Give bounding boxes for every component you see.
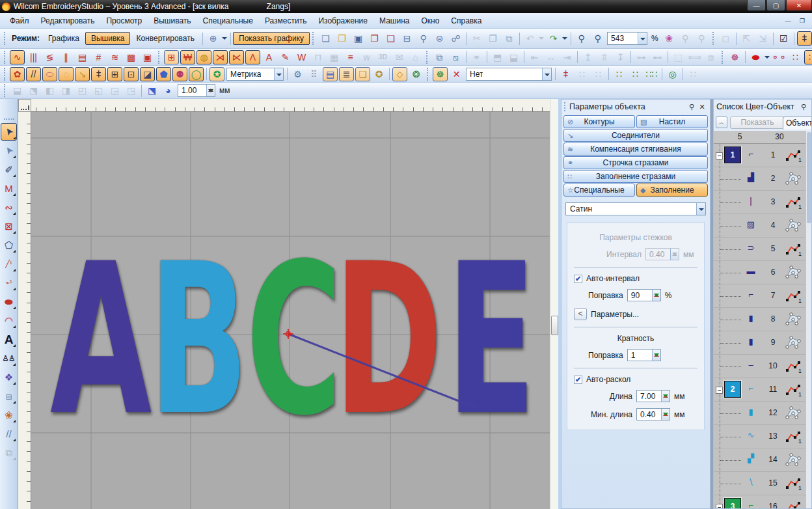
lock-icon[interactable]: ⬒ <box>489 50 506 64</box>
color-film-icon[interactable]: ▤ <box>322 67 338 81</box>
freehand-scissors-tool[interactable]: M <box>1 180 17 197</box>
basket-weave-icon[interactable]: ⌂ <box>407 50 424 64</box>
cutout-box-tool[interactable]: ⊠ <box>1 217 17 235</box>
tatami-fill-icon[interactable]: ∥ <box>58 50 74 64</box>
color-object-row[interactable]: 3 ⌐ 16 1 <box>714 495 807 509</box>
morphing-icon[interactable]: ❂ <box>408 67 424 81</box>
hoop-icon[interactable]: ☍ <box>448 31 464 46</box>
tab-sequin-run[interactable]: ⚭Строчка стразами <box>563 156 708 169</box>
no-sequin-icon[interactable]: ✕ <box>448 67 465 81</box>
menu-edit[interactable]: Редактировать <box>35 14 101 27</box>
run-stitch-icon[interactable]: ⊓ <box>310 50 326 64</box>
undo-icon[interactable]: ↶ <box>522 31 538 46</box>
color-object-row[interactable]: – 10 1 <box>714 355 807 378</box>
globe-icon[interactable]: ⊕ <box>205 31 221 46</box>
zoom-to-fit-icon[interactable]: ⚲ <box>677 31 694 46</box>
tab-connectors[interactable]: ↘Соединители <box>563 129 708 142</box>
align-top-icon[interactable]: ↥ <box>580 50 596 64</box>
tatami-object-icon[interactable]: ◍ <box>196 50 212 64</box>
menu-file[interactable]: Файл <box>4 14 35 27</box>
list-scrollbar[interactable] <box>805 131 811 509</box>
zoom-icon[interactable]: ⚲ <box>573 31 589 46</box>
polygon-select-tool[interactable]: ⬠ <box>1 236 17 254</box>
node-arrow-tool-icon[interactable]: ↘ <box>74 67 90 81</box>
color-dots-tool-icon[interactable]: ⚉ <box>172 67 188 81</box>
open-folder-icon[interactable]: ❒ <box>334 31 350 46</box>
align-center-icon[interactable]: ↔ <box>543 50 559 64</box>
dashed-ellipse-tool-icon[interactable]: ◌ <box>58 67 74 81</box>
menu-window[interactable]: Окно <box>415 14 445 27</box>
group-expander[interactable] <box>716 152 723 159</box>
color-object-row[interactable]: 2 ⌐ 11 1 <box>714 378 807 402</box>
sequin-drop-icon[interactable]: ǂ <box>558 67 574 81</box>
picture-tool-icon[interactable]: ◪ <box>139 67 156 81</box>
sequin-fill-green-icon[interactable]: ∷ <box>627 67 643 81</box>
hoop-ring-tool-icon[interactable]: ◯ <box>188 67 204 81</box>
freehand-draw-tool[interactable]: ∾ <box>1 199 17 216</box>
sequin-auto-icon[interactable]: ∷ <box>574 67 590 81</box>
mdi-restore-button[interactable]: ❐ <box>796 16 808 25</box>
redo-icon[interactable]: ↷ <box>545 31 562 46</box>
export-design-icon[interactable]: ❐ <box>366 31 383 46</box>
twin-sequin-icon[interactable]: ∷∷ <box>643 67 660 81</box>
zoom-previous-icon[interactable]: ⚲ <box>694 31 710 46</box>
star-fill-icon[interactable]: ⋊ <box>212 50 228 64</box>
team-names-tool[interactable]: ♙♙ <box>1 350 17 367</box>
thread-colors-icon[interactable]: ☸ <box>727 50 743 64</box>
needle-tool-icon[interactable]: ǂ <box>90 67 107 81</box>
units-combo[interactable]: Метрика <box>225 68 285 81</box>
min-length-field[interactable]: 0.40 <box>636 408 670 420</box>
exclude-icon[interactable]: ◨ <box>58 83 74 98</box>
color-object-row[interactable]: ∿ 13 1 <box>714 425 807 448</box>
travel-start-icon[interactable]: ⇱ <box>738 31 755 46</box>
ellipse-tool[interactable]: ⬬ <box>1 293 17 310</box>
color-object-row[interactable]: ▮ 9 <box>714 331 807 355</box>
sequin-run-icon[interactable]: ⚬⚬ <box>771 50 787 64</box>
color-group-badge[interactable]: 1 <box>724 146 741 163</box>
branching-icon[interactable]: ⧉ <box>431 50 448 64</box>
e-stitch-icon[interactable]: ||| <box>25 50 42 64</box>
knife-tool[interactable]: ✐ <box>1 161 17 178</box>
sequin-run-green-icon[interactable]: ∷ <box>611 67 627 81</box>
object-tab[interactable]: Объект <box>783 117 812 130</box>
stitch-list-icon[interactable]: ≣ <box>338 67 355 81</box>
new-document-icon[interactable]: ❏ <box>318 31 334 46</box>
sequin-fixing-icon[interactable]: ◎ <box>664 67 681 81</box>
color-object-row[interactable]: ▮ 8 <box>714 308 807 331</box>
freehand-lettering-icon[interactable]: ✎ <box>277 50 293 64</box>
lettering-tool[interactable]: A <box>1 331 17 348</box>
program-split-icon[interactable]: ▤ <box>74 50 90 64</box>
color-object-row[interactable]: ❘ 3 1 <box>714 191 807 214</box>
mdi-minimize-button[interactable]: — <box>782 16 794 25</box>
design-canvas[interactable]: ABCDE <box>31 112 550 509</box>
minimize-button[interactable]: — <box>747 0 766 11</box>
tab-sequin-fill[interactable]: ∷Заполнение стразами <box>563 170 708 183</box>
column-c-icon[interactable]: Ʌ <box>245 50 261 64</box>
digitize-line-tool[interactable]: ⌁¹ <box>1 274 17 292</box>
align-left-icon[interactable]: ⇤ <box>526 50 543 64</box>
align-right-icon[interactable]: ⇥ <box>559 50 575 64</box>
same-height-icon[interactable]: ⟺ <box>686 50 703 64</box>
print-icon[interactable]: ⊟ <box>399 31 415 46</box>
ruler-origin-button[interactable] <box>18 99 31 112</box>
print-preview-icon[interactable]: ⚲ <box>415 31 431 46</box>
contour-stitch-icon[interactable]: ≋ <box>107 50 123 64</box>
group-icon[interactable]: ⚭ <box>468 50 485 64</box>
options-check-icon[interactable]: ☑ <box>776 31 792 46</box>
tab-special[interactable]: ☆Специальные <box>563 184 635 197</box>
sequin-palette-icon[interactable]: ☸ <box>432 67 448 81</box>
auto-split-checkbox[interactable]: ✔ <box>574 376 582 384</box>
color-object-row[interactable]: ▨ 4 <box>714 214 807 238</box>
collapse-chevron-button[interactable]: ︿ <box>716 117 727 128</box>
fan-fill-icon[interactable]: ⋉ <box>228 50 245 64</box>
unlock-icon[interactable]: ⬓ <box>506 50 522 64</box>
save-icon[interactable]: ▣ <box>350 31 366 46</box>
density-dots-icon[interactable]: ⠿ <box>306 67 322 81</box>
pin-icon[interactable]: ⚲ <box>686 103 697 111</box>
align-middle-icon[interactable]: ⇳ <box>596 50 612 64</box>
layout-tool[interactable]: ❀ <box>1 406 17 424</box>
split-object-icon[interactable]: ⧅ <box>448 50 464 64</box>
connectors-tool[interactable]: ⧉ <box>1 444 17 461</box>
group-expander[interactable] <box>716 387 723 394</box>
maximize-button[interactable]: ▢ <box>766 0 785 11</box>
